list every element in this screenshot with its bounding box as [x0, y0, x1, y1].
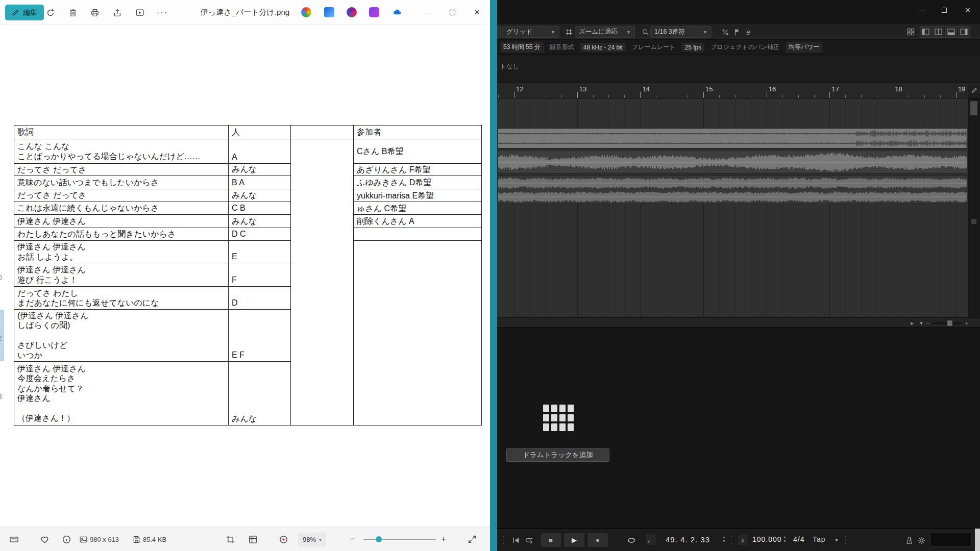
zoom-level-button[interactable]: 98% ▾: [298, 533, 326, 546]
metronome-icon[interactable]: [903, 535, 915, 546]
tempo-spinner[interactable]: ▲▼: [783, 535, 787, 543]
zoom-slider[interactable]: [363, 539, 436, 540]
layout-lower-zone-button[interactable]: [945, 26, 957, 38]
transport-menu-dots[interactable]: ···: [840, 535, 851, 546]
lyrics-cell: だってさ だってさ: [14, 164, 229, 176]
app-icon-purple[interactable]: [369, 7, 379, 17]
click-note-icon[interactable]: ♩: [645, 534, 656, 546]
flag-icon[interactable]: [731, 27, 742, 37]
transport-grip[interactable]: ···: [498, 535, 509, 546]
daw-close-button[interactable]: ×: [957, 0, 979, 20]
close-button[interactable]: ×: [465, 0, 488, 24]
crop-icon[interactable]: [225, 534, 236, 545]
zoom-fit-label: ズームに適応: [579, 28, 618, 36]
timeline-ruler[interactable]: 1213141516171819: [497, 83, 968, 98]
zoom-in-icon[interactable]: +: [438, 534, 449, 545]
iterative-quantize-icon[interactable]: [720, 27, 730, 37]
favorite-heart-icon[interactable]: [39, 534, 50, 545]
h-zoom-slider-thumb[interactable]: [947, 320, 952, 326]
tap-tempo-button[interactable]: Tap: [813, 535, 826, 543]
zoom-out-icon[interactable]: −: [347, 534, 358, 545]
vertical-scrollbar[interactable]: [968, 98, 980, 317]
quantize-preset-dropdown[interactable]: 1/16 3連符 ▼: [650, 26, 712, 38]
daw-minimize-button[interactable]: —: [911, 0, 933, 20]
layout-left-zone-button[interactable]: [920, 26, 932, 38]
play-button[interactable]: ▶: [564, 533, 585, 547]
participant-cell: ゅさん C希望: [354, 202, 482, 215]
plus-glyph: +: [441, 534, 446, 544]
vertical-scrollbar-thumb[interactable]: [970, 101, 977, 115]
filmstrip-icon[interactable]: [8, 534, 19, 545]
zoom-fit-dropdown[interactable]: ズームに適応 ▼: [575, 26, 635, 38]
canvas-resize-icon[interactable]: [247, 534, 258, 545]
app-icon-pinwheel[interactable]: [301, 7, 311, 17]
cycle-return-icon[interactable]: [524, 535, 535, 546]
daw-maximize-button[interactable]: [933, 0, 955, 20]
ruler-tick: [814, 95, 815, 98]
wave-c2: [498, 190, 967, 204]
edit-button[interactable]: 編集: [5, 5, 44, 20]
tempo-track-icon[interactable]: ♪: [737, 534, 748, 546]
app-icon-cloud[interactable]: [392, 7, 402, 17]
audio-event-2[interactable]: [498, 150, 967, 173]
lyrics-cell: だってさ わたし まだあなたに何にも返せてないのにな: [14, 287, 229, 310]
zoom-slider-thumb[interactable]: [376, 536, 382, 542]
grid-type-icon[interactable]: [564, 27, 574, 37]
lyrics-cell: 伊達さん 伊達さん: [14, 215, 229, 228]
grid-snap-dropdown[interactable]: グリッド ▼: [502, 26, 559, 38]
info-icon[interactable]: [61, 534, 72, 545]
goto-start-icon[interactable]: [510, 535, 522, 546]
daw-toolbar: グリッド ▼ ズームに適応 ▼ 1/16 3連符 ▼ e: [497, 24, 980, 40]
infobar-item[interactable]: 録音形式: [550, 42, 574, 53]
tempo-value[interactable]: 100.000: [752, 535, 782, 543]
delete-icon[interactable]: [64, 4, 82, 22]
app-icon-blue[interactable]: [324, 7, 334, 17]
time-signature[interactable]: 4/4: [793, 535, 804, 543]
infobar-item[interactable]: 48 kHz - 24 bit: [580, 43, 626, 52]
share-icon[interactable]: [108, 4, 127, 22]
mixer-grid-icon[interactable]: [905, 27, 916, 37]
grid-snap-label: グリッド: [506, 28, 532, 36]
scroll-down-icon[interactable]: ▾: [918, 319, 925, 327]
gear-icon[interactable]: [916, 535, 927, 546]
infobar-item[interactable]: 53 時間 55 分: [500, 42, 544, 53]
more-icon[interactable]: ···: [153, 4, 172, 22]
layout-right-zone-button[interactable]: [958, 26, 970, 38]
audio-event-1[interactable]: [498, 128, 967, 148]
ruler-number: 16: [769, 85, 776, 93]
infobar-item[interactable]: 均等パワー: [786, 42, 823, 53]
minimize-button[interactable]: —: [418, 0, 440, 24]
gap-cell: [291, 287, 354, 310]
infobar-item[interactable]: プロジェクトのパン補正: [710, 42, 779, 53]
print-icon[interactable]: [86, 4, 104, 22]
scroll-right-icon[interactable]: ▸: [909, 319, 916, 327]
maximize-button[interactable]: [441, 0, 464, 24]
zoom-in-h-icon[interactable]: +: [964, 319, 970, 327]
ruler-edit-icon[interactable]: [968, 83, 980, 98]
time-spinner[interactable]: ▲▼: [722, 535, 726, 543]
infobar-item[interactable]: 25 fps: [681, 43, 704, 52]
part-cell: A: [229, 139, 291, 164]
spot-fix-icon[interactable]: [278, 534, 289, 545]
rotate-icon[interactable]: [41, 4, 60, 22]
audio-event-3[interactable]: [498, 175, 967, 204]
zoom-out-h-icon[interactable]: −: [925, 319, 931, 327]
fullscreen-icon[interactable]: [467, 534, 478, 545]
stop-button[interactable]: ■: [540, 533, 561, 547]
time-menu-dots[interactable]: ···: [726, 535, 738, 546]
add-drum-track-button[interactable]: ドラムトラックを追加: [506, 448, 609, 462]
table-row: こんな こんな ことばっかりやってる場合じゃないんだけど……ACさん B希望: [14, 139, 482, 164]
layout-columns-button[interactable]: [933, 26, 944, 38]
arrangement-area[interactable]: [497, 98, 968, 317]
record-button[interactable]: ●: [587, 533, 608, 547]
ruler-tick: [640, 92, 641, 98]
quantize-panel-icon[interactable]: e: [743, 27, 754, 37]
h-zoom-slider[interactable]: [932, 322, 962, 324]
time-display[interactable]: 49. 4. 2. 33: [666, 535, 710, 544]
cycle-icon[interactable]: [626, 535, 637, 546]
infobar-item[interactable]: フレームレート: [632, 42, 675, 53]
app-icon-multicolor[interactable]: [347, 7, 357, 17]
image-size-icon: [78, 534, 89, 545]
slideshow-icon[interactable]: [131, 4, 149, 22]
window-divider[interactable]: [490, 0, 497, 551]
